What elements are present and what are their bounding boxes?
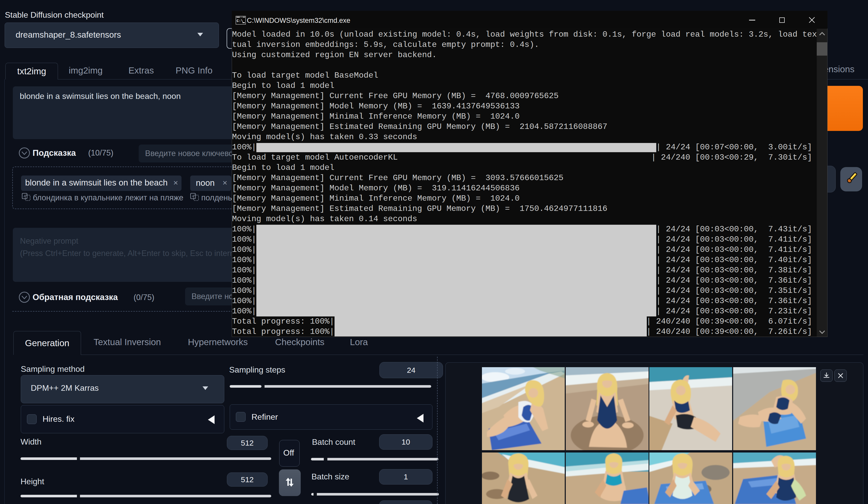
svg-text:A: A [23, 194, 26, 198]
svg-text:C:\: C:\ [237, 19, 243, 23]
svg-text:A: A [192, 194, 194, 198]
